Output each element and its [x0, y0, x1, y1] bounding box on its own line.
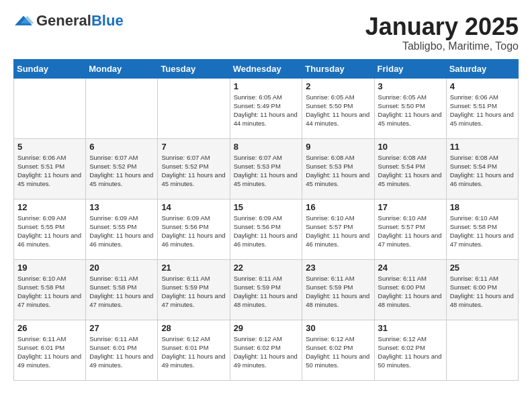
- day-info: Sunrise: 6:08 AMSunset: 5:54 PMDaylight:…: [378, 153, 443, 189]
- day-number: 14: [161, 202, 226, 212]
- calendar-cell: 31Sunrise: 6:12 AMSunset: 6:02 PMDayligh…: [374, 320, 446, 380]
- day-info: Sunrise: 6:12 AMSunset: 6:01 PMDaylight:…: [161, 334, 226, 370]
- day-number: 19: [17, 263, 82, 273]
- day-number: 4: [450, 81, 515, 91]
- day-info: Sunrise: 6:08 AMSunset: 5:54 PMDaylight:…: [450, 153, 515, 189]
- day-info: Sunrise: 6:07 AMSunset: 5:52 PMDaylight:…: [89, 153, 154, 189]
- day-number: 22: [234, 263, 299, 273]
- day-info: Sunrise: 6:07 AMSunset: 5:53 PMDaylight:…: [234, 153, 299, 189]
- day-number: 3: [378, 81, 443, 91]
- calendar-cell: [158, 78, 230, 138]
- day-number: 28: [161, 323, 226, 333]
- calendar-cell: 16Sunrise: 6:10 AMSunset: 5:57 PMDayligh…: [302, 199, 374, 259]
- calendar-cell: 21Sunrise: 6:11 AMSunset: 5:59 PMDayligh…: [158, 259, 230, 320]
- title-area: January 2025 Tabligbo, Maritime, Togo: [365, 13, 519, 52]
- calendar-week-row: 1Sunrise: 6:05 AMSunset: 5:49 PMDaylight…: [14, 78, 519, 138]
- day-number: 26: [17, 323, 82, 333]
- calendar-cell: 24Sunrise: 6:11 AMSunset: 6:00 PMDayligh…: [374, 259, 446, 320]
- day-number: 13: [89, 202, 154, 212]
- calendar-cell: 23Sunrise: 6:11 AMSunset: 5:59 PMDayligh…: [302, 259, 374, 320]
- calendar-cell: 3Sunrise: 6:05 AMSunset: 5:50 PMDaylight…: [374, 78, 446, 138]
- day-info: Sunrise: 6:09 AMSunset: 5:55 PMDaylight:…: [89, 214, 154, 249]
- day-info: Sunrise: 6:05 AMSunset: 5:50 PMDaylight:…: [378, 93, 443, 128]
- day-info: Sunrise: 6:11 AMSunset: 6:01 PMDaylight:…: [17, 334, 82, 370]
- calendar-cell: 8Sunrise: 6:07 AMSunset: 5:53 PMDaylight…: [230, 138, 302, 199]
- calendar-cell: 30Sunrise: 6:12 AMSunset: 6:02 PMDayligh…: [302, 320, 374, 380]
- day-info: Sunrise: 6:09 AMSunset: 5:56 PMDaylight:…: [161, 214, 226, 249]
- page-header: GeneralBlue January 2025 Tabligbo, Marit…: [13, 13, 519, 52]
- day-info: Sunrise: 6:11 AMSunset: 6:00 PMDaylight:…: [450, 274, 515, 310]
- calendar-week-row: 19Sunrise: 6:10 AMSunset: 5:58 PMDayligh…: [14, 259, 519, 320]
- calendar-cell: 17Sunrise: 6:10 AMSunset: 5:57 PMDayligh…: [374, 199, 446, 259]
- calendar-week-row: 26Sunrise: 6:11 AMSunset: 6:01 PMDayligh…: [14, 320, 519, 380]
- day-number: 10: [378, 142, 443, 152]
- day-info: Sunrise: 6:10 AMSunset: 5:58 PMDaylight:…: [17, 274, 82, 310]
- weekday-header-friday: Friday: [374, 59, 446, 78]
- calendar-week-row: 12Sunrise: 6:09 AMSunset: 5:55 PMDayligh…: [14, 199, 519, 259]
- day-number: 30: [306, 323, 370, 333]
- day-number: 17: [378, 202, 443, 212]
- day-info: Sunrise: 6:11 AMSunset: 5:59 PMDaylight:…: [161, 274, 226, 310]
- day-info: Sunrise: 6:11 AMSunset: 5:58 PMDaylight:…: [89, 274, 154, 310]
- day-number: 31: [378, 323, 443, 333]
- day-info: Sunrise: 6:12 AMSunset: 6:02 PMDaylight:…: [378, 334, 443, 370]
- calendar-cell: 19Sunrise: 6:10 AMSunset: 5:58 PMDayligh…: [14, 259, 86, 320]
- day-number: 29: [234, 323, 299, 333]
- calendar-cell: 15Sunrise: 6:09 AMSunset: 5:56 PMDayligh…: [230, 199, 302, 259]
- day-info: Sunrise: 6:11 AMSunset: 6:01 PMDaylight:…: [89, 334, 154, 370]
- weekday-header-thursday: Thursday: [302, 59, 374, 78]
- weekday-header-sunday: Sunday: [14, 59, 86, 78]
- day-info: Sunrise: 6:09 AMSunset: 5:55 PMDaylight:…: [17, 214, 82, 249]
- calendar-cell: 28Sunrise: 6:12 AMSunset: 6:01 PMDayligh…: [158, 320, 230, 380]
- calendar-cell: [86, 78, 158, 138]
- day-number: 21: [161, 263, 226, 273]
- month-title: January 2025: [365, 13, 519, 40]
- calendar-cell: 11Sunrise: 6:08 AMSunset: 5:54 PMDayligh…: [446, 138, 518, 199]
- calendar-cell: 1Sunrise: 6:05 AMSunset: 5:49 PMDaylight…: [230, 78, 302, 138]
- calendar-cell: 12Sunrise: 6:09 AMSunset: 5:55 PMDayligh…: [14, 199, 86, 259]
- logo-icon: [13, 15, 34, 27]
- calendar-cell: 10Sunrise: 6:08 AMSunset: 5:54 PMDayligh…: [374, 138, 446, 199]
- logo: GeneralBlue: [13, 13, 124, 28]
- day-number: 2: [306, 81, 370, 91]
- day-number: 5: [17, 142, 82, 152]
- day-info: Sunrise: 6:12 AMSunset: 6:02 PMDaylight:…: [234, 334, 299, 370]
- day-number: 24: [378, 263, 443, 273]
- calendar-cell: 18Sunrise: 6:10 AMSunset: 5:58 PMDayligh…: [446, 199, 518, 259]
- calendar-cell: 26Sunrise: 6:11 AMSunset: 6:01 PMDayligh…: [14, 320, 86, 380]
- day-info: Sunrise: 6:06 AMSunset: 5:51 PMDaylight:…: [450, 93, 515, 128]
- day-number: 1: [234, 81, 299, 91]
- day-info: Sunrise: 6:11 AMSunset: 5:59 PMDaylight:…: [234, 274, 299, 310]
- calendar-cell: 13Sunrise: 6:09 AMSunset: 5:55 PMDayligh…: [86, 199, 158, 259]
- day-info: Sunrise: 6:07 AMSunset: 5:52 PMDaylight:…: [161, 153, 226, 189]
- day-number: 18: [450, 202, 515, 212]
- day-number: 8: [234, 142, 299, 152]
- day-info: Sunrise: 6:11 AMSunset: 5:59 PMDaylight:…: [306, 274, 370, 310]
- calendar-cell: [14, 78, 86, 138]
- calendar-cell: 14Sunrise: 6:09 AMSunset: 5:56 PMDayligh…: [158, 199, 230, 259]
- calendar-cell: 29Sunrise: 6:12 AMSunset: 6:02 PMDayligh…: [230, 320, 302, 380]
- day-number: 25: [450, 263, 515, 273]
- calendar-cell: 9Sunrise: 6:08 AMSunset: 5:53 PMDaylight…: [302, 138, 374, 199]
- calendar-cell: 6Sunrise: 6:07 AMSunset: 5:52 PMDaylight…: [86, 138, 158, 199]
- calendar-cell: 20Sunrise: 6:11 AMSunset: 5:58 PMDayligh…: [86, 259, 158, 320]
- day-number: 16: [306, 202, 370, 212]
- day-number: 23: [306, 263, 370, 273]
- day-number: 12: [17, 202, 82, 212]
- day-info: Sunrise: 6:09 AMSunset: 5:56 PMDaylight:…: [234, 214, 299, 249]
- day-info: Sunrise: 6:06 AMSunset: 5:51 PMDaylight:…: [17, 153, 82, 189]
- day-number: 7: [161, 142, 226, 152]
- day-info: Sunrise: 6:10 AMSunset: 5:58 PMDaylight:…: [450, 214, 515, 249]
- calendar-cell: 22Sunrise: 6:11 AMSunset: 5:59 PMDayligh…: [230, 259, 302, 320]
- calendar-cell: 4Sunrise: 6:06 AMSunset: 5:51 PMDaylight…: [446, 78, 518, 138]
- calendar-cell: [446, 320, 518, 380]
- day-number: 15: [234, 202, 299, 212]
- day-number: 9: [306, 142, 370, 152]
- day-number: 20: [89, 263, 154, 273]
- logo-text: GeneralBlue: [36, 13, 124, 28]
- day-info: Sunrise: 6:08 AMSunset: 5:53 PMDaylight:…: [306, 153, 370, 189]
- day-info: Sunrise: 6:11 AMSunset: 6:00 PMDaylight:…: [378, 274, 443, 310]
- weekday-header-saturday: Saturday: [446, 59, 518, 78]
- calendar-cell: 2Sunrise: 6:05 AMSunset: 5:50 PMDaylight…: [302, 78, 374, 138]
- day-info: Sunrise: 6:05 AMSunset: 5:49 PMDaylight:…: [234, 93, 299, 128]
